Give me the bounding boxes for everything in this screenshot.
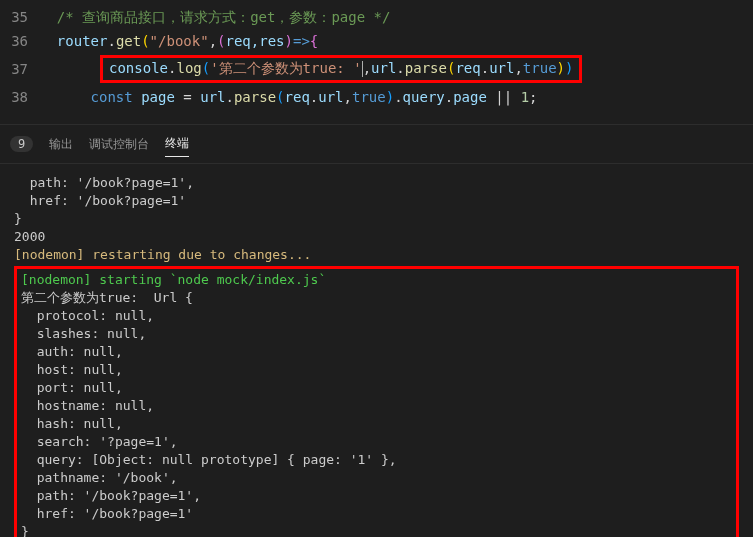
terminal-line: auth: null, (21, 343, 732, 361)
tab-output[interactable]: 输出 (49, 132, 73, 157)
terminal-line: path: '/book?page=1', (14, 174, 739, 192)
code-content: router.get("/book",(req,res)=>{ (40, 29, 318, 53)
problems-badge[interactable]: 9 (10, 136, 33, 152)
code-editor[interactable]: 35 /* 查询商品接口，请求方式：get，参数：page */ 36 rout… (0, 0, 753, 114)
terminal-output[interactable]: path: '/book?page=1', href: '/book?page=… (0, 164, 753, 537)
terminal-line: host: null, (21, 361, 732, 379)
tab-terminal[interactable]: 终端 (165, 131, 189, 157)
terminal-line: port: null, (21, 379, 732, 397)
code-line-38[interactable]: 38 const page = url.parse(req.url,true).… (0, 85, 753, 109)
terminal-line: slashes: null, (21, 325, 732, 343)
terminal-line: pathname: '/book', (21, 469, 732, 487)
bottom-panel: 9 输出 调试控制台 终端 path: '/book?page=1', href… (0, 124, 753, 537)
code-line-37[interactable]: 37 console.log('第二个参数为true: ',url.parse(… (0, 53, 753, 85)
terminal-line: href: '/book?page=1' (14, 192, 739, 210)
terminal-line: search: '?page=1', (21, 433, 732, 451)
code-content: /* 查询商品接口，请求方式：get，参数：page */ (40, 5, 390, 29)
terminal-line-nodemon: [nodemon] restarting due to changes... (14, 246, 739, 264)
line-number: 35 (0, 5, 40, 29)
line-number: 37 (0, 61, 40, 77)
terminal-line: } (14, 210, 739, 228)
code-line-35[interactable]: 35 /* 查询商品接口，请求方式：get，参数：page */ (0, 5, 753, 29)
line-number: 38 (0, 85, 40, 109)
line-number: 36 (0, 29, 40, 53)
terminal-line: query: [Object: null prototype] { page: … (21, 451, 732, 469)
highlighted-code: console.log('第二个参数为true: ',url.parse(req… (100, 55, 582, 83)
code-content: const page = url.parse(req.url,true).que… (40, 85, 538, 109)
terminal-line: hostname: null, (21, 397, 732, 415)
terminal-line: hash: null, (21, 415, 732, 433)
terminal-line: href: '/book?page=1' (21, 505, 732, 523)
highlighted-output: [nodemon] starting `node mock/index.js` … (14, 266, 739, 537)
terminal-line: 第二个参数为true: Url { (21, 289, 732, 307)
terminal-line: path: '/book?page=1', (21, 487, 732, 505)
panel-tabs: 9 输出 调试控制台 终端 (0, 125, 753, 164)
terminal-line: } (21, 523, 732, 537)
tab-debug-console[interactable]: 调试控制台 (89, 132, 149, 157)
code-line-36[interactable]: 36 router.get("/book",(req,res)=>{ (0, 29, 753, 53)
terminal-line: 2000 (14, 228, 739, 246)
terminal-line: protocol: null, (21, 307, 732, 325)
terminal-line-nodemon: [nodemon] starting `node mock/index.js` (21, 271, 732, 289)
